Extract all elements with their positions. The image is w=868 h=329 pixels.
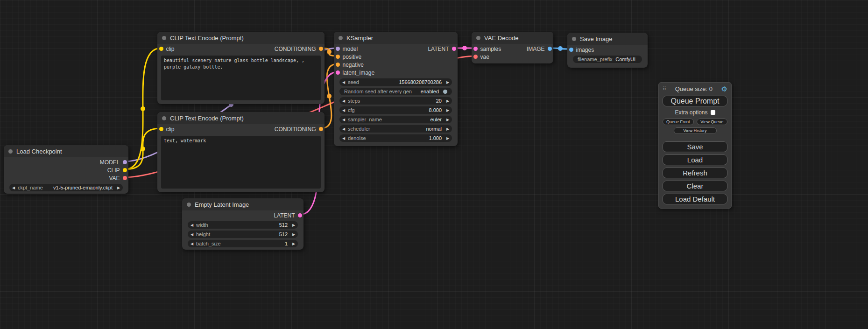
- collapse-dot-icon[interactable]: [162, 116, 166, 120]
- widget-name: Random seed after every gen: [344, 89, 412, 94]
- prompt-text-area[interactable]: beautiful scenery nature glass bottle la…: [161, 56, 321, 100]
- output-slot-conditioning[interactable]: [319, 127, 323, 131]
- view-queue-button[interactable]: View Queue: [697, 119, 728, 125]
- input-slot-label: positive: [343, 54, 362, 60]
- right-arrow-icon[interactable]: ▶: [444, 108, 452, 112]
- clear-button[interactable]: Clear: [663, 181, 727, 191]
- prompt-text-area[interactable]: text, watermark: [161, 136, 321, 189]
- widget-random-seed-toggle[interactable]: Random seed after every gen enabled: [339, 88, 452, 95]
- node-title-bar[interactable]: Save Image: [567, 33, 648, 45]
- node-title-bar[interactable]: Empty Latent Image: [182, 198, 303, 210]
- right-arrow-icon[interactable]: ▶: [444, 118, 452, 122]
- wire-midpoint-dot: [327, 94, 332, 98]
- widget-name: cfg: [348, 107, 355, 113]
- widget-name: height: [196, 231, 210, 237]
- settings-gear-icon[interactable]: ⚙: [721, 85, 727, 92]
- input-slot-negative[interactable]: [336, 63, 340, 67]
- widget-filename-prefix[interactable]: filename_prefix ComfyUI: [573, 56, 642, 63]
- right-arrow-icon[interactable]: ▶: [444, 136, 452, 140]
- widget-ckpt-name[interactable]: ◀ ckpt_name v1-5-pruned-emaonly.ckpt ▶: [9, 184, 123, 191]
- left-arrow-icon[interactable]: ◀: [339, 80, 348, 84]
- input-slot-positive[interactable]: [336, 55, 340, 59]
- widget-width[interactable]: ◀ width 512 ▶: [188, 221, 298, 229]
- left-arrow-icon[interactable]: ◀: [339, 136, 348, 140]
- node-title-bar[interactable]: CLIP Text Encode (Prompt): [157, 32, 325, 44]
- collapse-dot-icon[interactable]: [8, 149, 13, 154]
- left-arrow-icon[interactable]: ◀: [188, 242, 196, 246]
- collapse-dot-icon[interactable]: [476, 36, 480, 40]
- input-slot-clip[interactable]: [159, 47, 163, 51]
- right-arrow-icon[interactable]: ▶: [289, 223, 298, 227]
- node-clip-text-encode-positive[interactable]: CLIP Text Encode (Prompt) clip CONDITION…: [157, 32, 325, 104]
- input-slot-images[interactable]: [569, 48, 573, 52]
- view-history-button[interactable]: View History: [674, 127, 717, 134]
- node-load-checkpoint[interactable]: Load Checkpoint MODEL CLIP VAE: [4, 145, 128, 194]
- toggle-knob-icon[interactable]: [443, 90, 447, 94]
- node-graph-canvas[interactable]: Load Checkpoint MODEL CLIP VAE: [0, 0, 868, 329]
- right-arrow-icon[interactable]: ▶: [444, 127, 452, 131]
- node-title-bar[interactable]: Load Checkpoint: [4, 145, 128, 157]
- load-button[interactable]: Load: [663, 154, 727, 165]
- node-vae-decode[interactable]: VAE Decode samples IMAGE vae: [472, 32, 553, 63]
- input-slot-samples[interactable]: [473, 47, 478, 51]
- load-default-button[interactable]: Load Default: [663, 194, 727, 204]
- collapse-dot-icon[interactable]: [187, 203, 191, 207]
- queue-panel[interactable]: ⠿ Queue size: 0 ⚙ Queue Prompt Extra opt…: [658, 82, 732, 209]
- output-slot-clip[interactable]: [123, 168, 127, 172]
- right-arrow-icon[interactable]: ▶: [289, 232, 298, 237]
- right-arrow-icon[interactable]: ▶: [289, 242, 298, 246]
- widget-steps[interactable]: ◀ steps 20 ▶: [339, 97, 452, 105]
- widget-seed[interactable]: ◀ seed 156680208700286 ▶: [339, 78, 452, 86]
- output-slot-vae[interactable]: [123, 176, 127, 180]
- widget-height[interactable]: ◀ height 512 ▶: [188, 231, 298, 238]
- left-arrow-icon[interactable]: ◀: [339, 108, 348, 112]
- drag-handle-icon[interactable]: ⠿: [663, 86, 666, 92]
- node-ksampler[interactable]: KSampler model LATENT positive: [334, 32, 458, 146]
- input-slot-vae[interactable]: [473, 55, 478, 59]
- left-arrow-icon[interactable]: ◀: [188, 232, 196, 237]
- widget-value: v1-5-pruned-emaonly.ckpt: [53, 185, 114, 190]
- collapse-dot-icon[interactable]: [572, 37, 576, 41]
- node-empty-latent-image[interactable]: Empty Latent Image LATENT ◀ width 512 ▶ …: [182, 198, 303, 250]
- node-clip-text-encode-negative[interactable]: CLIP Text Encode (Prompt) clip CONDITION…: [157, 112, 325, 192]
- widget-value: 156680208700286: [399, 79, 444, 85]
- queue-prompt-button[interactable]: Queue Prompt: [663, 96, 727, 106]
- widget-cfg[interactable]: ◀ cfg 8.000 ▶: [339, 106, 452, 114]
- queue-size-label: Queue size: 0: [666, 85, 721, 92]
- right-arrow-icon[interactable]: ▶: [444, 99, 452, 103]
- extra-options-checkbox[interactable]: [711, 110, 715, 115]
- input-slot-label: model: [343, 46, 358, 52]
- save-button[interactable]: Save: [663, 141, 727, 152]
- node-title-bar[interactable]: VAE Decode: [472, 32, 553, 44]
- widget-sampler-name[interactable]: ◀ sampler_name euler ▶: [339, 116, 452, 123]
- collapse-dot-icon[interactable]: [339, 36, 343, 40]
- left-arrow-icon[interactable]: ◀: [188, 223, 196, 227]
- node-save-image[interactable]: Save Image images filename_prefix ComfyU…: [567, 33, 648, 68]
- left-arrow-icon[interactable]: ◀: [339, 99, 348, 103]
- input-slot-label: images: [576, 47, 594, 53]
- wire-midpoint-dot: [462, 46, 467, 50]
- input-slot-model[interactable]: [336, 47, 340, 51]
- collapse-dot-icon[interactable]: [162, 36, 166, 40]
- output-slot-latent[interactable]: [452, 47, 456, 51]
- node-title-bar[interactable]: KSampler: [334, 32, 458, 44]
- widget-scheduler[interactable]: ◀ scheduler normal ▶: [339, 125, 452, 133]
- input-slot-clip[interactable]: [159, 127, 163, 131]
- widget-denoise[interactable]: ◀ denoise 1.000 ▶: [339, 134, 452, 142]
- left-arrow-icon[interactable]: ◀: [9, 186, 18, 190]
- right-arrow-icon[interactable]: ▶: [444, 80, 452, 84]
- output-slot-conditioning[interactable]: [319, 47, 323, 51]
- refresh-button[interactable]: Refresh: [663, 168, 727, 178]
- left-arrow-icon[interactable]: ◀: [339, 127, 348, 131]
- right-arrow-icon[interactable]: ▶: [114, 186, 123, 190]
- node-title: Load Checkpoint: [16, 148, 62, 155]
- queue-front-button[interactable]: Queue Front: [663, 119, 694, 125]
- output-slot-model[interactable]: [123, 160, 127, 164]
- node-title: VAE Decode: [484, 35, 518, 42]
- output-slot-latent[interactable]: [298, 213, 302, 217]
- input-slot-latent-image[interactable]: [336, 70, 340, 75]
- left-arrow-icon[interactable]: ◀: [339, 118, 348, 122]
- widget-batch-size[interactable]: ◀ batch_size 1 ▶: [188, 240, 298, 247]
- node-title-bar[interactable]: CLIP Text Encode (Prompt): [157, 112, 325, 124]
- output-slot-image[interactable]: [548, 47, 552, 51]
